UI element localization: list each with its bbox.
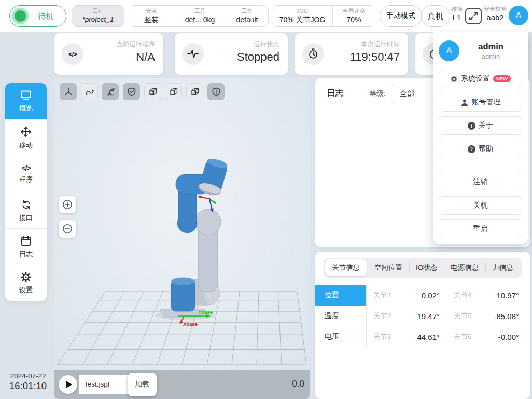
zoom-in-icon[interactable] (59, 196, 76, 213)
collision-label: 碰撞 (448, 6, 466, 12)
safety-check-status: 安全校验 aab2 (482, 6, 508, 23)
run-state-value: Stopped (237, 50, 279, 64)
sidebar-label-log: 日志 (19, 250, 33, 259)
move-icon (20, 126, 32, 138)
row-position[interactable]: 位置 (315, 285, 366, 306)
about-button[interactable]: i 关于 (439, 116, 522, 135)
project-value: *project_1 (72, 15, 124, 25)
sidebar-item-overview[interactable]: 概览 (5, 83, 47, 119)
play-icon (66, 381, 72, 388)
toolbar-shield-check-button[interactable] (123, 83, 140, 100)
user-names: admin admin (459, 41, 522, 61)
zoom-out-icon[interactable] (59, 220, 76, 238)
joint-row: 关节2 19.47° (373, 306, 440, 326)
toolbar-robot-button[interactable] (102, 83, 119, 100)
joint3-value: 44.61° (417, 333, 440, 341)
joint-columns-divider (444, 287, 444, 345)
datetime-display: 2024-07-22 16:01:10 (3, 372, 53, 391)
sidebar-label-program: 程序 (19, 175, 33, 184)
log-panel-title: 日志 (327, 88, 344, 99)
toolbar-cube-solid-button[interactable] (144, 83, 161, 100)
row-voltage[interactable]: 电压 (315, 326, 366, 347)
date-label: 2024-07-22 (3, 372, 53, 380)
user-name: admin (459, 41, 522, 52)
joint2-value: 19.47° (417, 312, 440, 321)
install-value: 竖装 (129, 15, 174, 25)
fullscreen-icon[interactable] (465, 8, 482, 24)
gear-icon (20, 271, 32, 283)
account-management-button[interactable]: 账号管理 (439, 93, 522, 112)
sidebar-item-move[interactable]: 移动 (5, 119, 47, 156)
collision-status: 碰撞 L1 (448, 6, 466, 23)
sidebar-item-settings[interactable]: 设置 (5, 265, 47, 301)
shutdown-button[interactable]: 关机 (439, 196, 522, 215)
load-button[interactable]: 加载 (128, 373, 157, 396)
joint-row: 关节4 10.97° (454, 285, 519, 306)
row-temperature[interactable]: 温度 (315, 306, 366, 326)
code-icon: </> (62, 43, 83, 65)
joint2-label: 关节2 (373, 311, 391, 321)
code-icon: </> (21, 164, 30, 172)
tab-io-status[interactable]: IO状态 (409, 258, 444, 278)
global-speed-section[interactable]: 全局速度 70% (332, 6, 375, 26)
toolbar-cube-wireframe-button[interactable] (186, 83, 203, 100)
system-settings-button[interactable]: 系统设置 NEW (439, 70, 522, 88)
sidebar-item-program[interactable]: </> 程序 (5, 156, 47, 192)
run-state-card: 运行状态 Stopped (175, 33, 288, 75)
project-label: 工程 (72, 8, 124, 15)
safety-check-label: 安全校验 (482, 6, 508, 12)
joint-column-1: 关节1 0.02° 关节2 19.47° 关节3 44.61° (373, 285, 440, 347)
user-icon (460, 99, 469, 106)
program-player-bar: Test.jspf 加载 0.0 (54, 370, 310, 399)
jog-section[interactable]: JOG 70% 关节JOG (272, 6, 332, 26)
install-section[interactable]: 安装 竖装 (129, 6, 174, 26)
status-label: 待机 (26, 11, 66, 21)
logout-button[interactable]: 注销 (439, 173, 522, 191)
help-button[interactable]: ? 帮助 (439, 140, 522, 158)
workpiece-section[interactable]: 工件 default (226, 6, 268, 26)
tab-joint-info[interactable]: 关节信息 (325, 259, 367, 276)
joint5-label: 关节5 (454, 311, 472, 321)
user-avatar[interactable]: A (509, 6, 528, 25)
player-value: 0.0 (292, 379, 304, 389)
jog-pill[interactable]: JOG 70% 关节JOG 全局速度 70% (272, 5, 375, 27)
sidebar-label-move: 移动 (19, 141, 33, 150)
sidebar-item-interface[interactable]: 接口 (5, 192, 47, 228)
global-speed-value: 70% (333, 15, 375, 25)
program-file-name[interactable]: Test.jspf (79, 375, 128, 394)
joint3-label: 关节3 (373, 332, 391, 341)
tool-section[interactable]: 工具 def... 0kg (174, 6, 226, 26)
monitor-icon (20, 89, 32, 101)
joint1-value: 0.02° (422, 291, 440, 300)
toolbar-axes-button[interactable] (60, 83, 77, 100)
viewport-3d[interactable]: Ybase Xbase (54, 78, 310, 370)
tool-value: def... 0kg (174, 15, 226, 25)
sidebar-label-interface: 接口 (19, 213, 33, 223)
joint5-value: -85.08° (494, 312, 519, 321)
tab-power-info[interactable]: 电源信息 (444, 258, 485, 278)
reboot-button[interactable]: 重启 (439, 219, 522, 238)
robot-status-pill[interactable]: 待机 (9, 5, 66, 27)
sidebar-item-log[interactable]: 日志 (5, 228, 47, 265)
play-button[interactable] (59, 375, 77, 394)
manual-mode-button[interactable]: 手动模式 (380, 5, 422, 27)
toolbar-path-button[interactable] (81, 83, 98, 100)
user-menu-header: A admin admin (439, 40, 522, 61)
toolbar-cube-button[interactable] (165, 83, 182, 100)
setup-pill[interactable]: 安装 竖装 工具 def... 0kg 工件 default (129, 5, 269, 27)
real-machine-button[interactable]: 真机 (421, 5, 450, 27)
toolbar-shield-alert-button[interactable] (207, 83, 225, 100)
joint1-label: 关节1 (373, 291, 391, 300)
table-divider (366, 285, 367, 347)
joint6-label: 关节6 (454, 332, 472, 341)
joint4-value: 10.97° (496, 291, 519, 300)
user-role: admin (459, 52, 522, 61)
info-icon: i (468, 122, 475, 130)
tab-force-info[interactable]: 力信息 (485, 258, 520, 278)
tab-space-position[interactable]: 空间位置 (368, 258, 409, 278)
project-pill[interactable]: 工程 *project_1 (72, 5, 124, 27)
new-badge: NEW (493, 75, 511, 82)
stopwatch-icon (302, 43, 324, 65)
joint-row: 关节1 0.02° (373, 285, 440, 306)
help-label: 帮助 (479, 144, 493, 154)
